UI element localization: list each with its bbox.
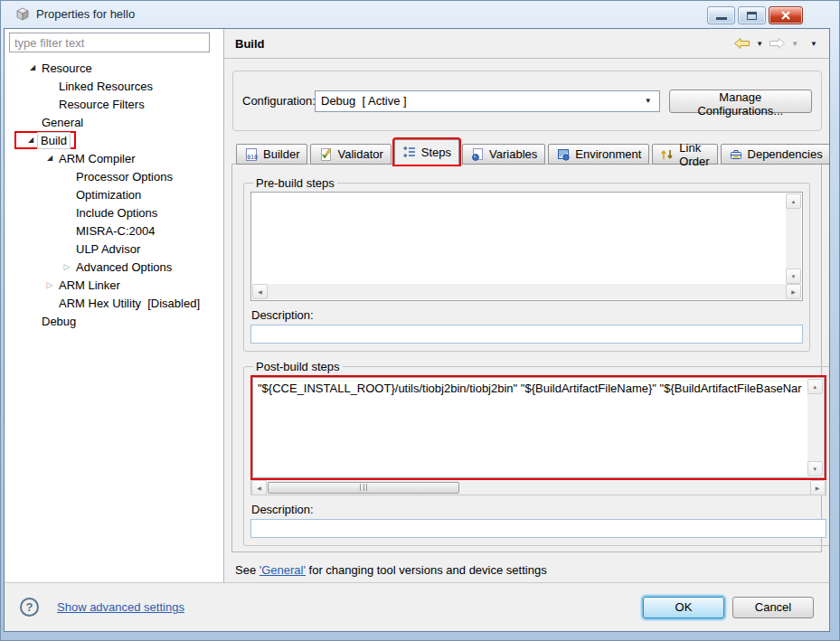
- tree-item-arm-hex-utility[interactable]: ARM Hex Utility [Disabled]: [5, 294, 223, 312]
- properties-tree: ◢ Resource Linked Resources Resource Fil…: [5, 59, 223, 330]
- tree-item-label: MISRA-C:2004: [73, 223, 157, 239]
- minimize-icon: [716, 17, 727, 20]
- scroll-up-icon[interactable]: ▲: [786, 193, 801, 209]
- tree-item-label: Linked Resources: [56, 79, 156, 94]
- back-dropdown-icon[interactable]: ▼: [755, 40, 764, 48]
- chevron-down-icon: ▼: [645, 97, 657, 105]
- scroll-left-icon[interactable]: ◀: [251, 480, 267, 495]
- tree-item-arm-compiler[interactable]: ◢ ARM Compiler: [5, 149, 223, 167]
- tab-validator[interactable]: Validator: [310, 144, 391, 165]
- pre-build-description-label: Description:: [251, 308, 803, 322]
- back-icon[interactable]: [733, 37, 750, 50]
- tree-item-label: Debug: [39, 314, 79, 329]
- tree-item-resource-filters[interactable]: Resource Filters: [5, 95, 223, 113]
- scroll-down-icon[interactable]: ▼: [786, 269, 801, 284]
- tree-item-label: ARM Linker: [56, 278, 123, 293]
- window-title: Properties for hello: [36, 7, 135, 21]
- tree-item-label: Resource Filters: [56, 97, 147, 112]
- tree-item-build[interactable]: ◢ Build: [5, 131, 223, 149]
- post-build-group: Post-build steps "${CCE_INSTALL_ROOT}/ut…: [243, 360, 830, 546]
- builder-tab-icon: 010: [244, 147, 259, 162]
- view-menu-icon[interactable]: ▼: [809, 40, 818, 48]
- tree-item-processor-options[interactable]: Processor Options: [5, 167, 223, 185]
- ok-button[interactable]: OK: [643, 597, 724, 618]
- filter-input[interactable]: [9, 33, 210, 52]
- scroll-thumb-grip-icon: [360, 484, 367, 491]
- tree-item-misra-c-2004[interactable]: MISRA-C:2004: [5, 222, 223, 240]
- properties-sidebar: ◢ Resource Linked Resources Resource Fil…: [5, 29, 224, 582]
- tree-collapsed-icon[interactable]: ▷: [43, 281, 56, 288]
- configuration-select[interactable]: Debug [ Active ] ▼: [315, 90, 660, 112]
- close-icon: [781, 11, 790, 20]
- note-prefix: See: [235, 563, 260, 577]
- post-build-horizontal-scrollbar[interactable]: ◀ ▶: [250, 480, 826, 495]
- close-button[interactable]: [769, 6, 803, 24]
- scroll-down-icon[interactable]: ▼: [807, 461, 823, 476]
- tree-item-linked-resources[interactable]: Linked Resources: [5, 77, 223, 95]
- page-header: Build ▼ ▼ ▼: [224, 29, 829, 59]
- tab-link-order[interactable]: Link Order: [652, 144, 717, 165]
- scroll-right-icon[interactable]: ▶: [810, 480, 826, 495]
- titlebar[interactable]: Properties for hello: [0, 0, 840, 28]
- tab-environment[interactable]: Environment: [548, 144, 649, 165]
- tree-item-label: ARM Hex Utility [Disabled]: [56, 296, 203, 311]
- tree-expanded-icon[interactable]: ◢: [24, 137, 37, 144]
- post-build-steps-textarea[interactable]: "${CCE_INSTALL_ROOT}/utils/tiobj2bin/tio…: [252, 377, 825, 478]
- minimize-button[interactable]: [707, 6, 735, 24]
- general-link[interactable]: 'General': [260, 563, 306, 577]
- scroll-up-icon[interactable]: ▲: [807, 379, 823, 394]
- tree-collapsed-icon[interactable]: ▷: [61, 263, 73, 270]
- tree-item-advanced-options[interactable]: ▷ Advanced Options: [5, 258, 223, 276]
- tree-expanded-icon[interactable]: ◢: [43, 155, 56, 162]
- manage-configurations-button[interactable]: Manage Configurations...: [669, 90, 812, 113]
- forward-icon[interactable]: [769, 37, 786, 50]
- tab-label: Dependencies: [748, 147, 823, 161]
- post-build-vertical-scrollbar[interactable]: ▲ ▼: [807, 379, 823, 476]
- tree-item-resource[interactable]: ◢ Resource: [5, 59, 223, 77]
- pre-build-vertical-scrollbar[interactable]: ▲ ▼: [786, 193, 801, 284]
- pre-build-steps-textarea[interactable]: ▲ ▼ ◀ ▶: [250, 192, 803, 301]
- forward-dropdown-icon[interactable]: ▼: [790, 40, 799, 48]
- tree-item-label: Include Options: [73, 205, 160, 221]
- properties-window: Properties for hello ◢ Resource: [0, 0, 840, 641]
- tree-item-arm-linker[interactable]: ▷ ARM Linker: [5, 276, 223, 294]
- tree-item-optimization[interactable]: Optimization: [5, 185, 223, 203]
- steps-tab-panel: Pre-build steps ▲ ▼ ◀ ▶: [231, 164, 822, 552]
- pre-build-description-input[interactable]: [250, 325, 803, 344]
- tree-item-ulp-advisor[interactable]: ULP Advisor: [5, 240, 223, 258]
- scroll-left-icon[interactable]: ◀: [252, 284, 268, 299]
- tree-item-include-options[interactable]: Include Options: [5, 203, 223, 222]
- tree-item-general[interactable]: General: [5, 113, 223, 131]
- pre-build-horizontal-scrollbar[interactable]: ◀ ▶: [252, 284, 801, 299]
- tab-label: Builder: [263, 147, 299, 161]
- tab-bar: 010 Builder Validator: [236, 139, 829, 165]
- post-build-description-label: Description:: [251, 503, 826, 516]
- tree-item-label: Build: [37, 132, 71, 149]
- link-order-tab-icon: [660, 147, 675, 162]
- app-cube-icon: [15, 7, 30, 22]
- annotation-box-post-build: "${CCE_INSTALL_ROOT}/utils/tiobj2bin/tio…: [250, 375, 826, 480]
- post-build-legend: Post-build steps: [253, 360, 343, 373]
- scroll-thumb[interactable]: [268, 482, 459, 494]
- tree-item-label: General: [39, 115, 86, 130]
- tree-item-debug[interactable]: Debug: [5, 312, 223, 330]
- show-advanced-settings-link[interactable]: Show advanced settings: [57, 600, 184, 614]
- tree-item-label: Advanced Options: [73, 259, 175, 275]
- cancel-button[interactable]: Cancel: [732, 597, 814, 618]
- post-build-steps-value: "${CCE_INSTALL_ROOT}/utils/tiobj2bin/tio…: [253, 378, 824, 395]
- tree-expanded-icon[interactable]: ◢: [26, 64, 39, 71]
- tab-variables[interactable]: Variables: [462, 144, 545, 165]
- post-build-description-input[interactable]: [250, 519, 826, 538]
- tree-item-label: ULP Advisor: [73, 241, 143, 257]
- tab-builder[interactable]: 010 Builder: [236, 144, 307, 165]
- configuration-label: Configuration:: [242, 94, 315, 108]
- history-nav: ▼ ▼ ▼: [733, 37, 818, 50]
- tab-steps[interactable]: Steps: [394, 139, 459, 165]
- tab-dependencies[interactable]: Dependencies: [721, 144, 830, 165]
- scroll-right-icon[interactable]: ▶: [786, 284, 801, 299]
- annotation-box-build: ◢ Build: [14, 131, 76, 149]
- tab-label: Validator: [337, 147, 382, 161]
- help-icon[interactable]: ?: [20, 598, 39, 617]
- maximize-button[interactable]: [738, 6, 766, 24]
- properties-dialog: ◢ Resource Linked Resources Resource Fil…: [4, 28, 830, 632]
